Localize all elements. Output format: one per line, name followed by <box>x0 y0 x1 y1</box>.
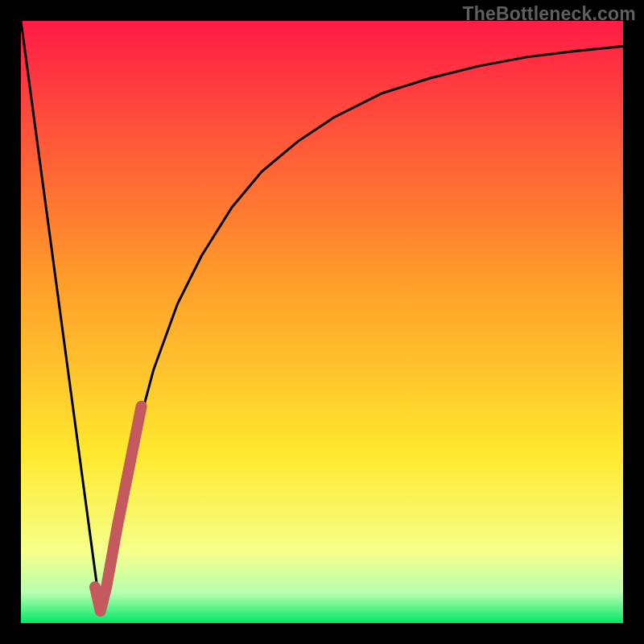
chart-frame: TheBottleneck.com <box>0 0 644 644</box>
plot-area <box>21 21 623 623</box>
watermark-text: TheBottleneck.com <box>462 3 636 25</box>
chart-svg <box>21 21 623 623</box>
